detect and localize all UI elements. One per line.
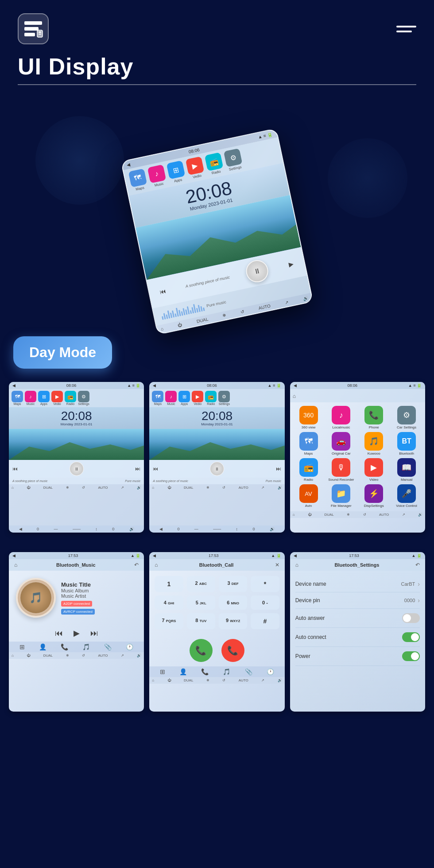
call-bottom-icon-4[interactable]: 🎵 xyxy=(223,668,230,675)
mini-bottom-3: ⌂ ⏻ DUAL ❄ ↺ AUTO ↗ 🔊 xyxy=(290,511,425,518)
dial-2[interactable]: 2 ABC xyxy=(187,576,215,592)
mini-next-2[interactable]: ⏭ xyxy=(276,466,281,472)
mini-settings[interactable]: ⚙ Settings xyxy=(78,391,89,405)
hamburger-menu[interactable] xyxy=(396,26,416,32)
apps-icon: ⊞ xyxy=(167,160,186,179)
chevron-device-name[interactable]: › xyxy=(418,580,420,588)
call-bottom-icon-1[interactable]: ⊞ xyxy=(160,668,165,675)
bt-bottom-icon-4[interactable]: 🎵 xyxy=(82,643,90,650)
dial-8[interactable]: 8 TUV xyxy=(187,613,215,629)
mini-apps[interactable]: ⊞ Apps xyxy=(38,391,50,405)
day-mode-badge: Day Mode xyxy=(13,336,112,369)
bt-bottom-icon-3[interactable]: 📞 xyxy=(61,643,68,650)
mini-maps-2[interactable]: 🗺 Maps xyxy=(152,391,163,405)
hero-phone-container: ◀ 08:06 ▲ ≡ 🔋 🗺 Maps ♪ Music ⊞ Apps xyxy=(106,103,328,360)
app-maps-grid[interactable]: 🗺 Maps xyxy=(294,432,324,455)
mini-play[interactable]: ⏸ xyxy=(70,462,84,476)
dial-star[interactable]: * xyxy=(251,576,279,592)
app-car-settings[interactable]: ⚙ Car Settings xyxy=(391,406,422,429)
prev-btn[interactable]: ⏮ xyxy=(155,284,170,298)
album-art: 🎵 xyxy=(16,578,56,618)
dial-4[interactable]: 4 GHI xyxy=(155,596,183,610)
bt-prev-btn[interactable]: ⏮ xyxy=(55,629,63,638)
header: UI Display xyxy=(0,0,434,94)
mp-info: Music Title Music Album Music Artist A2D… xyxy=(61,581,137,615)
phone-status-time: 08:06 xyxy=(188,147,200,154)
bt-bottom-icon-1[interactable]: ⊞ xyxy=(19,643,25,650)
call-bottom-icon-6[interactable]: 🕐 xyxy=(267,668,274,675)
dial-hash[interactable]: # xyxy=(251,613,279,629)
mini-maps[interactable]: 🗺 Maps xyxy=(12,391,23,405)
play-pause-btn[interactable]: ⏸ xyxy=(244,258,270,284)
app-apps[interactable]: ⊞ Apps xyxy=(167,160,186,183)
app-localmusic[interactable]: ♪ Localmusic xyxy=(326,406,356,429)
grid-cell-3: ◀ 08:06 ▲ ≡ 🔋 ⌂ 360 360 view ♪ Localmusi… xyxy=(290,382,425,533)
app-original-car[interactable]: 🚗 Original Car xyxy=(326,432,356,455)
app-disp-settings[interactable]: ⚡ DispSettings xyxy=(359,484,389,508)
grid-section-row1: ◀ 08:06 ▲ ≡ 🔋 🗺 Maps ♪ Music ⊞ Ap xyxy=(0,378,434,548)
app-phone[interactable]: 📞 Phone xyxy=(359,406,389,429)
mini-home-bar: ⌂ xyxy=(290,389,425,402)
bt-music-sys-bar: ⌂ ⏻ DUAL ❄ ↺ AUTO ↗ 🔊 xyxy=(9,652,144,659)
mini-apps-2[interactable]: ⊞ Apps xyxy=(178,391,190,405)
chevron-device-pin[interactable]: › xyxy=(418,597,420,604)
dial-9[interactable]: 9 WXYZ xyxy=(219,613,247,629)
app-music[interactable]: ♪ Music xyxy=(147,164,167,188)
auto-connect-toggle[interactable] xyxy=(402,632,420,642)
dial-7[interactable]: 7 PQRS xyxy=(155,613,183,629)
dial-0dash[interactable]: 0 - xyxy=(251,596,279,610)
call-bottom-icon-2[interactable]: 👤 xyxy=(179,668,187,675)
bt-call-bottom: ⊞ 👤 📞 🎵 📎 🕐 xyxy=(149,666,284,677)
app-radio[interactable]: 📻 Radio xyxy=(205,152,225,175)
dial-1[interactable]: 1 xyxy=(155,576,183,592)
bt-next-btn[interactable]: ⏭ xyxy=(90,629,98,638)
app-maps[interactable]: 🗺 Maps xyxy=(128,168,148,192)
app-settings[interactable]: ⚙ Settings xyxy=(224,148,244,171)
mini-next[interactable]: ⏭ xyxy=(135,466,140,472)
app-radio-grid[interactable]: 📻 Radio xyxy=(294,458,324,482)
mini-prev[interactable]: ⏮ xyxy=(12,466,18,472)
app-video[interactable]: ▶ Video xyxy=(359,458,389,482)
mini-nav-2: 🗺 Maps ♪ Music ⊞ Apps ▶ Vedio xyxy=(149,389,284,407)
mini-music[interactable]: ♪ Music xyxy=(25,391,36,405)
dial-3[interactable]: 3 DEF xyxy=(219,576,247,592)
pure-music-label: Pure music xyxy=(206,300,226,308)
bt-bottom-icon-2[interactable]: 👤 xyxy=(39,643,46,650)
dial-6[interactable]: 6 MNO xyxy=(219,596,247,610)
mini-phone-2: ◀ 08:06 ▲ ≡ 🔋 🗺 Maps ♪ Music ⊞ Ap xyxy=(149,382,284,533)
call-decline-btn[interactable]: 📞 xyxy=(221,639,244,662)
bt-music-body: 🎵 Music Title Music Album Music Artist A… xyxy=(9,571,144,625)
mini-clock-1: 20:08 Monday 2023-01-01 xyxy=(9,407,144,429)
mini-play-2[interactable]: ⏸ xyxy=(210,462,224,476)
mini-radio[interactable]: 📻 Radio xyxy=(65,391,76,405)
app-voice-control[interactable]: 🎤 Voice Control xyxy=(391,484,422,508)
mini-radio-2[interactable]: 📻 Radio xyxy=(205,391,217,405)
mini-prev-2[interactable]: ⏮ xyxy=(153,466,158,472)
bt-call-status: ◀ 17:53 ▲ 🔋 xyxy=(149,552,284,559)
app-sound-recorder[interactable]: 🎙 Sound Recorder xyxy=(326,458,356,482)
mini-settings-2[interactable]: ⚙ Settings xyxy=(218,391,230,405)
mini-vedio[interactable]: ▶ Vedio xyxy=(51,391,63,405)
mini-vedio-2[interactable]: ▶ Vedio xyxy=(192,391,203,405)
mp-playback-controls: ⏮ ▶ ⏭ xyxy=(9,625,144,642)
mini-music-2[interactable]: ♪ Music xyxy=(165,391,177,405)
next-btn[interactable]: ▶ xyxy=(283,257,298,271)
call-bottom-icon-3[interactable]: 📞 xyxy=(201,668,209,675)
call-bottom-icon-5[interactable]: 📎 xyxy=(245,668,252,675)
app-kuwooo[interactable]: 🎵 Kuwooo xyxy=(359,432,389,455)
phone-status-icons: ▲ ≡ 🔋 xyxy=(257,132,273,140)
app-manual[interactable]: 📖 Manual xyxy=(391,458,422,482)
power-toggle[interactable] xyxy=(402,651,420,661)
auto-answer-toggle[interactable] xyxy=(402,613,420,623)
app-file-manager[interactable]: 📁 File Manager xyxy=(326,484,356,508)
bt-bottom-icon-5[interactable]: 📎 xyxy=(104,643,112,650)
app-360view[interactable]: 360 360 view xyxy=(294,406,324,429)
svg-rect-0 xyxy=(24,21,42,25)
bt-play-btn[interactable]: ▶ xyxy=(74,628,80,638)
dial-5[interactable]: 5 JKL xyxy=(187,596,215,610)
app-bluetooth[interactable]: BT Bluetooth xyxy=(391,432,422,455)
call-answer-btn[interactable]: 📞 xyxy=(190,639,213,662)
app-avin[interactable]: AV Avin xyxy=(294,484,324,508)
bt-bottom-icon-6[interactable]: 🕐 xyxy=(126,643,133,650)
app-vedio[interactable]: ▶ Vedio xyxy=(186,156,205,179)
